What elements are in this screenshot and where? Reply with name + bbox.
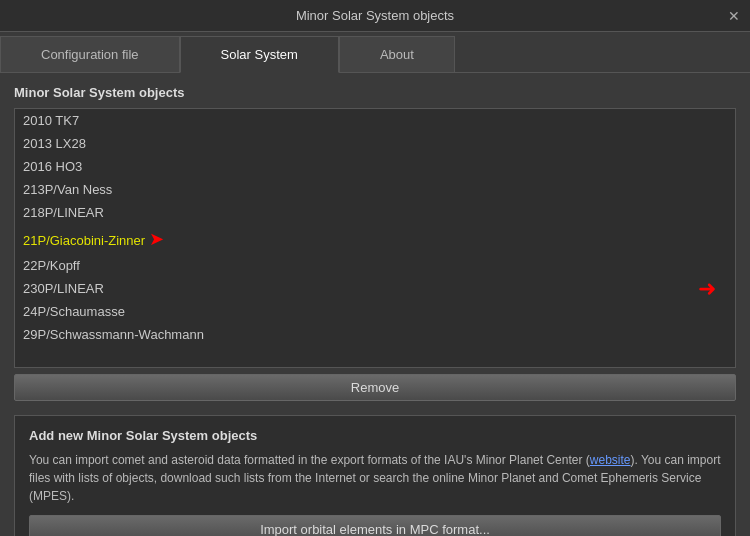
list-wrapper: 2010 TK72013 LX282016 HO3213P/Van Ness21…: [14, 108, 736, 368]
list-item[interactable]: 24P/Schaumasse: [15, 300, 735, 323]
list-item[interactable]: 2016 HO3: [15, 155, 735, 178]
objects-list[interactable]: 2010 TK72013 LX282016 HO3213P/Van Ness21…: [14, 108, 736, 368]
description-text-1: You can import comet and asteroid data f…: [29, 453, 590, 467]
list-section-title: Minor Solar System objects: [14, 85, 736, 100]
list-item[interactable]: 230P/LINEAR: [15, 277, 735, 300]
list-item[interactable]: 218P/LINEAR: [15, 201, 735, 224]
add-section: Add new Minor Solar System objects You c…: [14, 415, 736, 536]
title-bar: Minor Solar System objects ✕: [0, 0, 750, 32]
list-item[interactable]: 2010 TK7: [15, 109, 735, 132]
close-button[interactable]: ✕: [726, 8, 742, 24]
website-link[interactable]: website: [590, 453, 631, 467]
list-item[interactable]: 213P/Van Ness: [15, 178, 735, 201]
list-item[interactable]: 29P/Schwassmann-Wachmann: [15, 323, 735, 346]
tab-about[interactable]: About: [339, 36, 455, 72]
add-section-title: Add new Minor Solar System objects: [29, 428, 721, 443]
list-item[interactable]: 21P/Giacobini-Zinner ➤: [15, 224, 735, 254]
list-item[interactable]: 22P/Kopff: [15, 254, 735, 277]
tab-bar: Configuration file Solar System About: [0, 32, 750, 73]
arrow-left-icon: ➤: [149, 229, 164, 249]
window-title: Minor Solar System objects: [296, 8, 454, 23]
remove-button[interactable]: Remove: [14, 374, 736, 401]
add-section-description: You can import comet and asteroid data f…: [29, 451, 721, 505]
main-content: Minor Solar System objects 2010 TK72013 …: [0, 73, 750, 536]
list-item[interactable]: 2013 LX28: [15, 132, 735, 155]
tab-configuration-file[interactable]: Configuration file: [0, 36, 180, 72]
tab-solar-system[interactable]: Solar System: [180, 36, 339, 73]
import-button[interactable]: Import orbital elements in MPC format...: [29, 515, 721, 536]
